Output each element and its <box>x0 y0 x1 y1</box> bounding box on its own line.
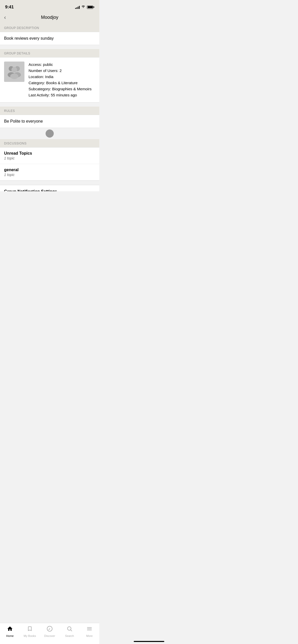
notification-settings[interactable]: Group Notification Settings <box>0 185 99 191</box>
svg-point-5 <box>11 67 17 72</box>
group-details-block: Access: public Number of Users: 2 Locati… <box>0 57 99 103</box>
rules-text: Be Polite to everyone <box>0 115 99 128</box>
rules-header: RULES <box>0 107 99 115</box>
group-description-block: Book reviews every sunday <box>0 32 99 45</box>
discussion-unread-subtitle: 1 topic <box>4 156 95 160</box>
header-title: Moodjoy <box>41 15 58 20</box>
group-users: Number of Users: 2 <box>29 68 95 74</box>
svg-point-6 <box>10 74 18 79</box>
group-details-header: GROUP DETAILS <box>0 49 99 57</box>
group-subcategory: Subcategory: Biographies & Memoirs <box>29 86 95 92</box>
discussions-header: DISCUSSIONS <box>0 139 99 147</box>
notification-settings-label: Group Notification Settings <box>4 189 57 191</box>
discussion-item-unread[interactable]: Unread Topics 1 topic <box>0 148 99 164</box>
discussions-divider <box>0 128 99 139</box>
status-icons <box>75 5 94 9</box>
group-last-activity: Last Activity: 55 minutes ago <box>29 92 95 98</box>
group-image <box>4 62 24 82</box>
content-area: GROUP DESCRIPTION Book reviews every sun… <box>0 24 99 191</box>
status-bar: 9:41 <box>0 0 99 12</box>
group-category: Category: Books & Literature <box>29 80 95 86</box>
group-access: Access: public <box>29 62 95 68</box>
discussions-dot <box>46 129 54 138</box>
discussion-unread-title: Unread Topics <box>4 151 95 156</box>
discussion-general-subtitle: 1 topic <box>4 173 95 177</box>
group-description-header: GROUP DESCRIPTION <box>0 24 99 32</box>
group-description-text: Book reviews every sunday <box>0 32 99 45</box>
group-info: Access: public Number of Users: 2 Locati… <box>29 62 95 98</box>
back-button[interactable]: ‹ <box>4 14 6 21</box>
group-location: Location: India <box>29 74 95 80</box>
wifi-icon <box>81 5 85 9</box>
status-time: 9:41 <box>5 5 14 10</box>
battery-icon <box>87 6 94 9</box>
signal-icon <box>75 5 80 9</box>
header: ‹ Moodjoy <box>0 12 99 24</box>
discussion-general-title: general <box>4 168 95 172</box>
discussion-item-general[interactable]: general 1 topic <box>0 164 99 181</box>
